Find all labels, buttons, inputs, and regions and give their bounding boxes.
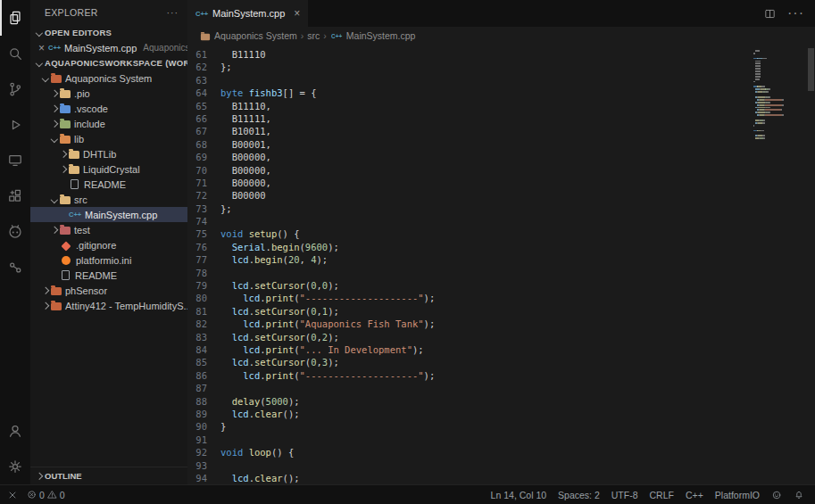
- code-line-84[interactable]: 84 lcd.print("... In Development");: [187, 343, 815, 356]
- open-editor-item[interactable]: MainSystem.cpp Aquaponics ...: [30, 40, 187, 55]
- line-number[interactable]: 77: [187, 253, 220, 266]
- line-number[interactable]: 73: [187, 202, 220, 215]
- code-line-61[interactable]: 61 B11110: [187, 48, 815, 61]
- line-number[interactable]: 86: [187, 369, 220, 382]
- tree-item-attiny412-temphumiditys[interactable]: Attiny412 - TempHumidityS...: [30, 298, 187, 313]
- line-number[interactable]: 66: [187, 112, 220, 125]
- line-number[interactable]: 76: [187, 241, 220, 253]
- code-area[interactable]: 61 B1111062};6364byte fishb3[] = {65 B11…: [187, 45, 815, 484]
- line-number[interactable]: 65: [187, 100, 220, 112]
- language-mode[interactable]: C++: [686, 490, 703, 500]
- line-number[interactable]: 82: [187, 318, 220, 330]
- code-line-77[interactable]: 77 lcd.begin(20, 4);: [187, 253, 815, 266]
- code-line-94[interactable]: 94 lcd.clear();: [187, 472, 815, 484]
- tree-item-liquidcrystal[interactable]: LiquidCrystal: [30, 161, 187, 177]
- line-number[interactable]: 85: [187, 356, 220, 368]
- line-number[interactable]: 78: [187, 267, 220, 279]
- platformio-status[interactable]: PlatformIO: [715, 490, 760, 500]
- line-number[interactable]: 80: [187, 292, 220, 304]
- more-actions-icon[interactable]: [787, 5, 804, 21]
- line-number[interactable]: 71: [187, 177, 220, 189]
- line-number[interactable]: 94: [187, 472, 220, 484]
- code-line-73[interactable]: 73};: [187, 202, 815, 215]
- code-line-78[interactable]: 78: [187, 267, 815, 279]
- line-number[interactable]: 63: [187, 74, 220, 87]
- activity-remote-explorer[interactable]: [0, 143, 30, 178]
- tree-item-test[interactable]: test: [30, 222, 187, 237]
- feedback-icon[interactable]: [771, 490, 782, 500]
- line-number[interactable]: 87: [187, 382, 220, 394]
- tab-mainsystem-cpp[interactable]: MainSystem.cpp: [187, 0, 308, 27]
- line-number[interactable]: 81: [187, 305, 220, 318]
- line-number[interactable]: 68: [187, 138, 220, 151]
- tree-item-include[interactable]: include: [30, 116, 187, 131]
- tree-item-platformio-ini[interactable]: platformio.ini: [30, 252, 187, 268]
- line-number[interactable]: 69: [187, 151, 220, 163]
- chevron-right-icon[interactable]: [48, 103, 60, 114]
- chevron-right-icon[interactable]: [57, 163, 69, 175]
- line-number[interactable]: 72: [187, 189, 220, 202]
- tree-item-readme[interactable]: README: [30, 268, 187, 283]
- code-line-85[interactable]: 85 lcd.setCursor(0,3);: [187, 356, 815, 368]
- activity-settings[interactable]: [0, 449, 30, 484]
- line-number[interactable]: 61: [187, 48, 220, 61]
- tree-item-aquaponics-system[interactable]: Aquaponics System: [30, 70, 187, 86]
- chevron-right-icon[interactable]: [48, 224, 60, 235]
- code-line-83[interactable]: 83 lcd.setCursor(0,2);: [187, 331, 815, 343]
- code-line-89[interactable]: 89 lcd.clear();: [187, 408, 815, 420]
- activity-explorer[interactable]: [0, 0, 30, 36]
- code-line-70[interactable]: 70 B00000,: [187, 164, 815, 177]
- activity-platformio[interactable]: [0, 214, 30, 250]
- platformio-logo-icon[interactable]: [7, 490, 18, 500]
- tree-item-vscode[interactable]: .vscode: [30, 101, 187, 116]
- chevron-down-icon[interactable]: [39, 72, 51, 84]
- code-line-74[interactable]: 74: [187, 215, 815, 227]
- indentation-setting[interactable]: Spaces: 2: [558, 490, 600, 500]
- chevron-right-icon[interactable]: [39, 285, 51, 296]
- code-line-62[interactable]: 62};: [187, 61, 815, 73]
- problems-indicator[interactable]: 0 0: [27, 490, 65, 500]
- close-icon[interactable]: [38, 42, 45, 54]
- section-workspace[interactable]: AQUAPONICSWORKSPACE (WORKSPA...: [30, 55, 187, 70]
- line-number[interactable]: 62: [187, 61, 220, 73]
- tree-item-src[interactable]: src: [30, 192, 187, 207]
- activity-accounts[interactable]: [0, 413, 30, 449]
- code-line-75[interactable]: 75void setup() {: [187, 227, 815, 240]
- code-line-82[interactable]: 82 lcd.print("Aquaponics Fish Tank");: [187, 318, 815, 330]
- chevron-down-icon[interactable]: [48, 194, 60, 205]
- chevron-right-icon[interactable]: [57, 148, 69, 160]
- chevron-right-icon[interactable]: [39, 300, 51, 311]
- code-line-80[interactable]: 80 lcd.print("--------------------");: [187, 292, 815, 304]
- code-line-71[interactable]: 71 B00000,: [187, 177, 815, 189]
- chevron-right-icon[interactable]: [48, 87, 60, 99]
- code-line-72[interactable]: 72 B00000: [187, 189, 815, 202]
- activity-run-and-debug[interactable]: [0, 107, 30, 143]
- code-line-92[interactable]: 92void loop() {: [187, 446, 815, 459]
- line-number[interactable]: 74: [187, 215, 220, 227]
- line-number[interactable]: 70: [187, 164, 220, 177]
- tree-item-dhtlib[interactable]: DHTLib: [30, 146, 187, 161]
- code-line-81[interactable]: 81 lcd.setCursor(0,1);: [187, 305, 815, 318]
- tree-item-lib[interactable]: lib: [30, 131, 187, 146]
- more-actions-icon[interactable]: [167, 7, 179, 18]
- chevron-down-icon[interactable]: [48, 133, 60, 145]
- tree-item-phsensor[interactable]: phSensor: [30, 283, 187, 298]
- tree-item-gitignore[interactable]: .gitignore: [30, 237, 187, 252]
- cursor-position[interactable]: Ln 14, Col 10: [491, 490, 546, 500]
- code-line-68[interactable]: 68 B00001,: [187, 138, 815, 151]
- line-number[interactable]: 92: [187, 446, 220, 459]
- code-line-93[interactable]: 93: [187, 459, 815, 472]
- code-line-64[interactable]: 64byte fishb3[] = {: [187, 87, 815, 99]
- line-number[interactable]: 84: [187, 343, 220, 356]
- line-number[interactable]: 83: [187, 331, 220, 343]
- code-line-76[interactable]: 76 Serial.begin(9600);: [187, 241, 815, 253]
- activity-live-share[interactable]: [0, 250, 30, 285]
- code-line-87[interactable]: 87: [187, 382, 815, 394]
- code-line-65[interactable]: 65 B11110,: [187, 100, 815, 112]
- line-number[interactable]: 64: [187, 87, 220, 99]
- split-editor-icon[interactable]: [763, 7, 777, 21]
- section-outline[interactable]: OUTLINE: [30, 467, 187, 484]
- breadcrumb-item-mainsystem-cpp[interactable]: MainSystem.cpp: [330, 30, 416, 41]
- line-number[interactable]: 88: [187, 395, 220, 408]
- tree-item-mainsystem-cpp[interactable]: MainSystem.cpp: [30, 207, 187, 222]
